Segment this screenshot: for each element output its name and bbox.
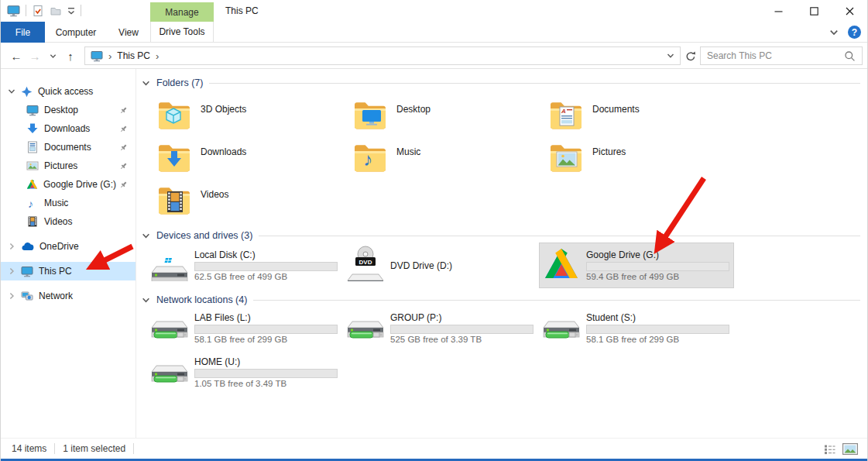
sidebar-item-network[interactable]: Network [1, 287, 136, 305]
folder-tile-downloads[interactable]: Downloads [148, 139, 344, 182]
search-icon[interactable] [844, 50, 856, 62]
sidebar-item-desktop[interactable]: Desktop [1, 101, 136, 119]
network-drive-icon [345, 308, 386, 350]
sidebar-item-quick-access[interactable]: Quick access [1, 82, 136, 101]
close-button[interactable] [832, 0, 867, 22]
music-note-glyph: ♪ [361, 147, 381, 170]
collapse-group-icon[interactable] [142, 232, 150, 240]
folder-icon [156, 184, 193, 218]
forward-button[interactable]: → [26, 43, 44, 69]
qat-customize-icon[interactable] [67, 6, 75, 15]
network-drive-icon [541, 308, 582, 350]
drive-name: LAB Files (L:) [194, 312, 338, 324]
sidebar-item-google-drive[interactable]: Google Drive (G:) [1, 175, 136, 194]
tab-drive-tools[interactable]: Drive Tools [150, 22, 214, 42]
group-header-label[interactable]: Folders (7) [156, 77, 203, 88]
group-header-rule [253, 300, 860, 301]
group-header-label[interactable]: Devices and drives (3) [156, 230, 252, 241]
tab-computer[interactable]: Computer [45, 22, 107, 43]
back-button[interactable]: ← [7, 43, 26, 69]
music-icon: ♪ [26, 197, 39, 209]
breadcrumb-separator[interactable]: › [156, 50, 159, 62]
ribbon-collapse-icon[interactable] [829, 28, 839, 37]
videos-icon [26, 215, 39, 228]
network-drive-icon [149, 308, 190, 350]
desktop-icon [26, 104, 39, 116]
help-icon[interactable]: ? [848, 26, 861, 39]
pin-icon[interactable] [119, 106, 128, 115]
sidebar-item-this-pc[interactable]: This PC [1, 262, 136, 280]
collapse-group-icon[interactable] [142, 79, 150, 88]
sidebar-item-pictures[interactable]: Pictures [1, 157, 136, 175]
document-glyph: A [558, 106, 577, 127]
folder-icon [156, 98, 193, 132]
sidebar-item-documents[interactable]: Documents [1, 138, 136, 157]
new-folder-icon[interactable] [50, 5, 62, 17]
folder-icon [547, 141, 585, 175]
sidebar-item-label: This PC [39, 266, 72, 277]
sidebar-item-label: Google Drive (G:) [43, 179, 116, 190]
sidebar-item-onedrive[interactable]: OneDrive [1, 237, 136, 256]
sidebar-item-downloads[interactable]: Downloads [1, 119, 136, 138]
refresh-icon[interactable] [683, 46, 698, 65]
drive-tile-student-s[interactable]: Student (S:) 58.1 GB free of 299 GB [540, 306, 733, 350]
drive-tile-lab-files-l[interactable]: LAB Files (L:) 58.1 GB free of 299 GB [148, 306, 341, 350]
sidebar-item-label: Desktop [44, 105, 78, 115]
folder-tile-music[interactable]: ♪ Music [344, 139, 540, 182]
sidebar-item-videos[interactable]: Videos [1, 212, 136, 231]
folder-tile-desktop[interactable]: Desktop [344, 97, 540, 139]
collapse-group-icon[interactable] [142, 296, 150, 304]
group-header-rule [209, 83, 860, 84]
folder-icon: A [547, 98, 585, 132]
recent-locations-icon[interactable] [46, 43, 60, 69]
status-bar: 14 items 1 item selected [1, 438, 867, 459]
properties-icon[interactable] [32, 5, 44, 17]
sidebar-item-music[interactable]: ♪ Music [1, 194, 136, 212]
tab-file[interactable]: File [1, 22, 45, 43]
folder-tile-label: Downloads [201, 146, 246, 182]
chevron-right-icon[interactable] [8, 292, 15, 300]
free-space-text: 58.1 GB free of 299 GB [194, 335, 338, 346]
cube-glyph [163, 106, 184, 126]
up-button[interactable]: ↑ [61, 43, 80, 69]
drive-tile-google-drive-g[interactable]: Google Drive (G:) 59.4 GB free of 499 GB [540, 243, 733, 287]
folder-tile-documents[interactable]: A Documents [540, 97, 736, 139]
documents-icon [26, 141, 39, 153]
sidebar-item-label: Network [39, 291, 73, 301]
breadcrumb-separator[interactable]: › [108, 50, 112, 62]
pin-icon[interactable] [119, 181, 128, 189]
folder-tile-label: Desktop [396, 104, 431, 139]
folder-tile-videos[interactable]: Videos [148, 182, 344, 225]
capacity-bar [194, 325, 338, 334]
breadcrumb-this-pc[interactable]: This PC [117, 50, 150, 61]
folder-tile-3d-objects[interactable]: 3D Objects [148, 97, 344, 139]
chevron-right-icon[interactable] [8, 243, 15, 250]
address-dropdown-icon[interactable] [667, 52, 674, 60]
local-disk-icon [149, 246, 190, 287]
tab-view[interactable]: View [107, 22, 150, 43]
pin-icon[interactable] [119, 162, 128, 170]
maximize-button[interactable] [796, 0, 832, 22]
sidebar-item-label: Documents [44, 142, 91, 153]
details-view-icon[interactable] [824, 444, 835, 455]
chevron-down-icon[interactable] [8, 88, 15, 95]
free-space-text: 1.05 TB free of 3.49 TB [194, 379, 338, 390]
pictures-icon [26, 160, 39, 172]
minimize-button[interactable] [760, 0, 796, 22]
search-box [700, 46, 863, 65]
drive-tile-home-u[interactable]: HOME (U:) 1.05 TB free of 3.49 TB [148, 350, 341, 394]
folder-tile-pictures[interactable]: Pictures [540, 139, 736, 182]
pin-icon[interactable] [119, 125, 128, 133]
large-icons-view-icon[interactable] [842, 443, 858, 455]
address-bar[interactable]: › This PC › [84, 46, 681, 65]
drive-tile-group-p[interactable]: GROUP (P:) 525 GB free of 3.39 TB [344, 306, 537, 350]
down-arrow-glyph [164, 150, 184, 170]
search-input[interactable] [707, 50, 844, 61]
group-header-network: Network locations (4) [142, 292, 860, 308]
drive-tile-local-disk-c[interactable]: Local Disk (C:) 62.5 GB free of 499 GB [148, 243, 341, 287]
folder-icon [156, 141, 193, 175]
pin-icon[interactable] [119, 143, 128, 152]
chevron-right-icon[interactable] [8, 267, 15, 275]
group-header-label[interactable]: Network locations (4) [156, 294, 247, 305]
drive-tile-dvd-d[interactable]: DVD DVD Drive (D:) [344, 243, 537, 287]
